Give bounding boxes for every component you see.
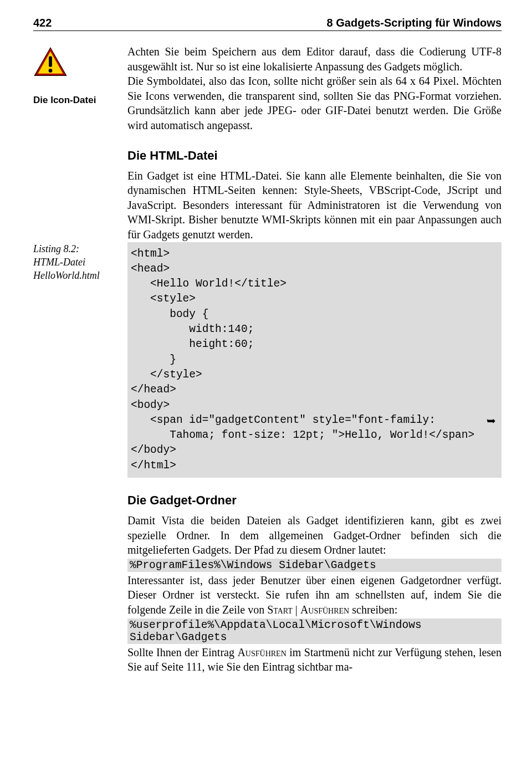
paragraph: Achten Sie beim Speichern aus dem Editor… <box>127 44 502 74</box>
smallcaps-ausfuehren: Ausführen <box>300 604 349 616</box>
listing-caption-line: Listing 8.2: <box>33 243 79 254</box>
continuation-arrow-icon: ➥ <box>487 413 496 428</box>
listing-caption-line: HTML-Datei <box>33 257 85 268</box>
listing-caption: Listing 8.2: HTML-Datei HelloWorld.html <box>33 242 121 283</box>
code-text: Tahoma; font-size: 12pt; ">Hello, World!… <box>131 429 474 472</box>
paragraph: Ein Gadget ist eine HTML-Datei. Sie kann… <box>127 168 502 242</box>
svg-rect-2 <box>49 56 52 67</box>
page-number: 422 <box>33 17 52 29</box>
listing-caption-line: HelloWorld.html <box>33 270 100 281</box>
chapter-title: 8 Gadgets-Scripting für Windows <box>327 17 502 29</box>
smallcaps-start: Start <box>267 604 293 616</box>
text-run: Sollte Ihnen der Eintrag <box>127 646 237 658</box>
smallcaps-ausfuehren: Ausführen <box>237 646 286 658</box>
code-path: %ProgramFiles%\Windows Sidebar\Gadgets <box>127 559 502 572</box>
code-listing: <html> <head> <Hello World!</title> <sty… <box>127 242 502 478</box>
paragraph: Die Symboldatei, also das Icon, sollte n… <box>127 74 502 132</box>
svg-point-3 <box>49 69 53 73</box>
section-heading: Die Gadget-Ordner <box>127 493 502 508</box>
page-header: 422 8 Gadgets-Scripting für Windows <box>33 17 502 31</box>
section-heading: Die HTML-Datei <box>127 149 502 163</box>
margin-label-icon-datei: Die Icon-Datei <box>33 94 121 106</box>
paragraph: Sollte Ihnen der Eintrag Ausführen im St… <box>127 645 502 674</box>
code-text: <html> <head> <Hello World!</title> <sty… <box>131 248 436 426</box>
paragraph: Damit Vista die beiden Dateien als Gadge… <box>127 513 502 558</box>
code-path: %userprofile%\Appdata\Local\Microsoft\Wi… <box>127 618 502 644</box>
paragraph: Interessanter ist, dass jeder Benutzer ü… <box>127 573 502 617</box>
warning-icon <box>33 47 68 78</box>
text-run: schreiben: <box>349 604 397 616</box>
text-run: | <box>293 604 300 616</box>
